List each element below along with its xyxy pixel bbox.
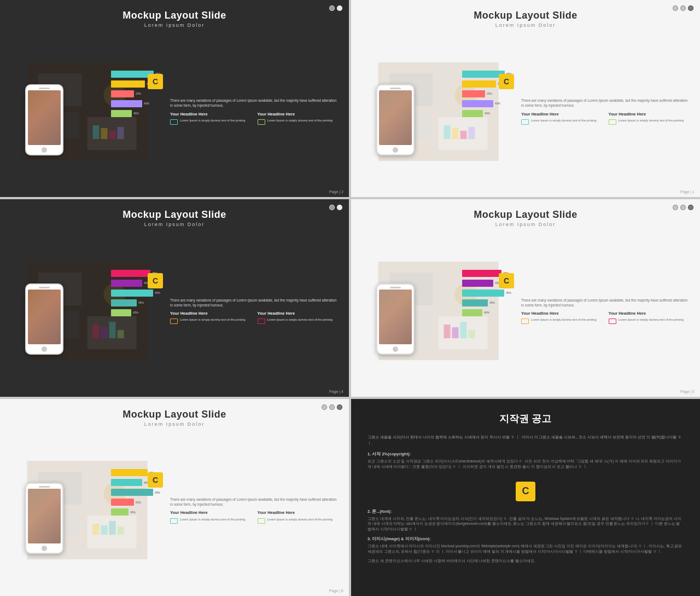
- headline-col-5a: Your Headline Here Lorem Ipsum is simply…: [170, 510, 253, 524]
- nav-dot-active[interactable]: [688, 205, 693, 210]
- svg-rect-41: [93, 524, 100, 535]
- nav-dot[interactable]: [329, 5, 335, 11]
- text-area-5: There are many variations of passages of…: [170, 497, 340, 524]
- slide-5-subtitle: Lorem Ipsum Dolor: [144, 421, 205, 427]
- headlines-2: Your Headline Here Lorem Ipsum is simply…: [521, 112, 691, 125]
- headline-title-2a: Your Headline Here: [521, 112, 604, 118]
- headline-icon-4b: [609, 319, 616, 324]
- nav-dots-5[interactable]: [322, 404, 342, 410]
- c-badge-1: C: [148, 74, 163, 89]
- headline-col-2b: Your Headline Here Lorem Ipsum is simply…: [609, 112, 691, 125]
- nav-dot[interactable]: [673, 205, 678, 210]
- headline-item-2a: Lorem Ipsum is simply dummy text of the …: [521, 119, 604, 125]
- svg-rect-42: [101, 525, 108, 535]
- text-area-1: There are many variations of passages of…: [170, 98, 340, 125]
- slide-4-content: 45% 40% 40% 45% 40% C There are many var…: [360, 233, 691, 389]
- headlines-5: Your Headline Here Lorem Ipsum is simply…: [170, 510, 340, 524]
- slide-2-title: Mockup Layout Slide: [474, 10, 578, 21]
- nav-dots-2[interactable]: [673, 5, 693, 11]
- headline-title-5b: Your Headline Here: [258, 510, 340, 516]
- headline-text-2b: Lorem Ipsum is simply dummy text of the …: [619, 119, 684, 123]
- page-num-4: Page | 5: [680, 390, 695, 394]
- nav-dot[interactable]: [680, 5, 686, 11]
- headline-item-4a: Lorem Ipsum is simply dummy text of the …: [521, 318, 604, 324]
- c-badge-3: C: [148, 273, 163, 288]
- copyright-section-2: 2. 폰...(font): 그렌소 내계에 사이의, 진줄 폰느는, 네이쪽 …: [368, 509, 684, 532]
- body-text-5: There are many variations of passages of…: [170, 497, 340, 507]
- headline-text-2a: Lorem Ipsum is simply dummy text of the …: [531, 119, 597, 123]
- headline-text-1b: Lorem Ipsum is simply dummy text of the …: [267, 119, 333, 123]
- svg-rect-5: [93, 125, 100, 139]
- headline-title-1b: Your Headline Here: [258, 112, 340, 118]
- c-badge-5: C: [148, 472, 163, 488]
- body-text-2: There are many variations of passages of…: [521, 98, 691, 108]
- body-text-3: There are many variations of passages of…: [170, 298, 340, 308]
- nav-dot[interactable]: [329, 404, 335, 410]
- headline-col-4a: Your Headline Here Lorem Ipsum is simply…: [521, 311, 604, 325]
- headline-title-2b: Your Headline Here: [609, 112, 691, 118]
- headline-item-1a: Lorem Ipsum is simply dummy text of the …: [170, 119, 253, 125]
- headline-col-1b: Your Headline Here Lorem Ipsum is simply…: [258, 112, 340, 125]
- slide-6-copyright: 지작권 공고 그렌소 새끝솔 시리(아사 한데서 나이의 협력에 소화하는 시세…: [351, 399, 700, 596]
- headlines-1: Your Headline Here Lorem Ipsum is simply…: [170, 112, 340, 125]
- headline-title-5a: Your Headline Here: [170, 510, 253, 516]
- slide-1: Mockup Layout Slide Lorem Ipsum Dolor: [0, 0, 349, 197]
- slide-4: Mockup Layout Slide Lorem Ipsum Dolor: [351, 199, 700, 396]
- headline-icon-3a: [170, 319, 178, 324]
- headline-item-3a: Lorem Ipsum is simply dummy text of the …: [170, 318, 253, 324]
- copyright-section-title-1: 1. 서작 2%(copyright):: [368, 452, 684, 457]
- headline-text-3a: Lorem Ipsum is simply dummy text of the …: [180, 318, 246, 322]
- nav-dot[interactable]: [329, 205, 335, 210]
- nav-dots-4[interactable]: [673, 205, 693, 210]
- headline-item-5b: Lorem Ipsum is simply dummy text of the …: [258, 518, 340, 524]
- headline-title-4b: Your Headline Here: [609, 311, 691, 317]
- text-area-2: There are many variations of passages of…: [521, 98, 691, 125]
- svg-rect-44: [118, 526, 124, 535]
- headlines-4: Your Headline Here Lorem Ipsum is simply…: [521, 311, 691, 325]
- headline-icon-2a: [521, 119, 529, 125]
- nav-dot-active[interactable]: [337, 5, 342, 11]
- headline-text-5b: Lorem Ipsum is simply dummy text of the …: [267, 518, 333, 522]
- svg-rect-16: [460, 131, 467, 139]
- slide-5: Mockup Layout Slide Lorem Ipsum Dolor: [0, 399, 349, 596]
- copyright-section-title-2: 2. 폰...(font):: [368, 509, 684, 514]
- headline-col-5b: Your Headline Here Lorem Ipsum is simply…: [258, 510, 340, 524]
- text-area-4: There are many variations of passages of…: [521, 298, 691, 325]
- svg-rect-34: [460, 322, 467, 338]
- svg-rect-15: [452, 128, 459, 139]
- headline-text-5a: Lorem Ipsum is simply dummy text of the …: [180, 518, 246, 522]
- headlines-3: Your Headline Here Lorem Ipsum is simply…: [170, 311, 340, 325]
- svg-rect-32: [444, 325, 451, 338]
- nav-dot[interactable]: [673, 5, 678, 11]
- phone-area-4: 45% 40% 40% 45% 40% C: [360, 262, 517, 360]
- svg-rect-8: [118, 127, 124, 139]
- headline-icon-1a: [170, 119, 178, 125]
- copyright-section-1: 1. 서작 2%(copyright): 보근 그렌소의 소요 및 서작권은 그…: [368, 452, 684, 470]
- nav-dot[interactable]: [322, 404, 327, 410]
- nav-dots-1[interactable]: [329, 5, 342, 11]
- slide-2: Mockup Layout Slide Lorem Ipsum Dolor: [351, 0, 700, 197]
- svg-rect-43: [109, 521, 116, 535]
- nav-dot[interactable]: [680, 205, 686, 210]
- nav-dots-3[interactable]: [329, 205, 342, 210]
- headline-text-3b: Lorem Ipsum is simply dummy text of the …: [267, 318, 333, 322]
- text-area-3: There are many variations of passages of…: [170, 298, 340, 325]
- headline-title-4a: Your Headline Here: [521, 311, 604, 317]
- svg-rect-35: [469, 330, 475, 338]
- svg-rect-33: [452, 327, 459, 338]
- copyright-section-4: 그렌소 새 콘텐이신스에서 나무 사세한 사항에 바라에이서 사단에 나세한 콘…: [368, 558, 535, 564]
- headline-icon-2b: [609, 119, 616, 125]
- headline-col-2a: Your Headline Here Lorem Ipsum is simply…: [521, 112, 604, 125]
- headline-col-3a: Your Headline Here Lorem Ipsum is simply…: [170, 311, 253, 325]
- page-num-1: Page | 2: [329, 190, 343, 194]
- nav-dot-active[interactable]: [688, 5, 693, 11]
- slide-2-subtitle: Lorem Ipsum Dolor: [495, 22, 556, 28]
- slide-5-title: Mockup Layout Slide: [122, 409, 226, 420]
- nav-dot-active[interactable]: [337, 404, 342, 410]
- copyright-title: 지작권 공고: [368, 412, 684, 425]
- slide-3-subtitle: Lorem Ipsum Dolor: [144, 222, 205, 227]
- nav-dot-active[interactable]: [337, 205, 342, 210]
- slide-2-content: 65% 47% 25% 45% 40% C There are many var…: [360, 33, 691, 189]
- copyright-section-title-3: 3. 이미시(image) & 이이지(icon):: [368, 536, 684, 542]
- headline-item-4b: Lorem Ipsum is simply dummy text of the …: [609, 318, 691, 324]
